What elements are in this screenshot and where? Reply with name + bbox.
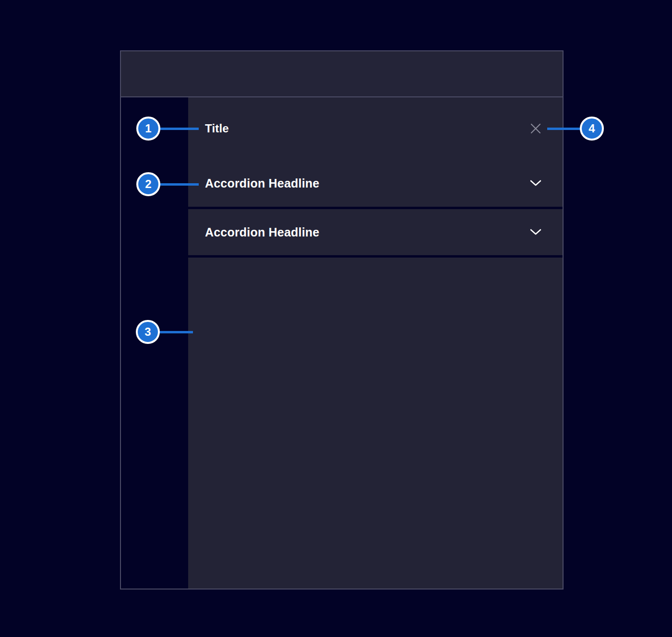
dialog-panel: Title Accordion Headline: [188, 97, 563, 589]
callout-line-2: [159, 183, 199, 186]
dialog-title: Title: [205, 122, 229, 135]
chevron-down-icon: [530, 229, 541, 236]
callout-marker-1: 1: [136, 117, 160, 141]
callout-number: 1: [145, 122, 151, 135]
callout-line-4: [547, 128, 581, 130]
spec-canvas: Title Accordion Headline: [0, 0, 672, 637]
callout-number: 4: [588, 122, 595, 135]
chevron-down-icon: [530, 180, 541, 187]
callout-line-1: [159, 128, 199, 130]
accordion-header-2[interactable]: Accordion Headline: [188, 209, 563, 255]
callout-line-3: [159, 331, 193, 333]
callout-marker-4: 4: [580, 117, 604, 141]
accordion-label: Accordion Headline: [205, 177, 319, 190]
callout-marker-3: 3: [136, 320, 160, 344]
dialog-header-row: Title: [188, 97, 563, 160]
callout-number: 2: [145, 177, 151, 191]
dialog-top-section: Title Accordion Headline: [188, 97, 563, 207]
x-close-icon: [528, 121, 543, 136]
callout-marker-2: 2: [136, 172, 160, 196]
callout-number: 3: [144, 325, 151, 339]
left-spacer: [121, 97, 188, 589]
component-frame: Title Accordion Headline: [120, 50, 564, 590]
accordion-header-1[interactable]: Accordion Headline: [188, 160, 563, 207]
close-button[interactable]: [528, 121, 543, 136]
top-header-band: [121, 51, 563, 97]
dialog-content-area: [188, 258, 563, 589]
dialog-accordion-section: Accordion Headline: [188, 209, 563, 255]
frame-body: Title Accordion Headline: [121, 97, 563, 589]
accordion-label: Accordion Headline: [205, 225, 319, 239]
